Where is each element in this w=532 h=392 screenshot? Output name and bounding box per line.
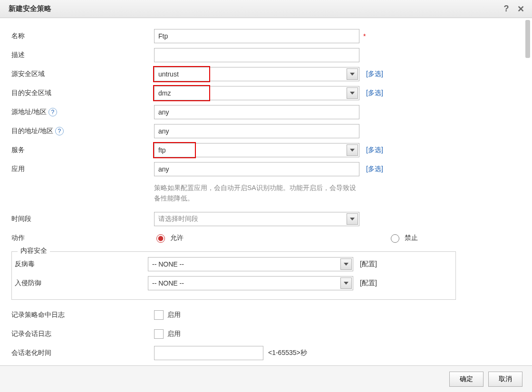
help-icon[interactable]: ? (501, 3, 512, 15)
antivirus-config-link[interactable]: [配置] (360, 260, 377, 268)
action-permit-label: 允许 (170, 234, 184, 242)
name-input[interactable] (154, 29, 359, 43)
log-session-enable-label: 启用 (167, 330, 181, 338)
label-antivirus: 反病毒 (12, 260, 148, 268)
dst-zone-value: dmz (153, 85, 210, 101)
label-name: 名称 (11, 32, 154, 40)
required-mark: * (363, 32, 366, 40)
chevron-down-icon (340, 277, 352, 289)
close-icon[interactable]: ✕ (515, 3, 526, 15)
antivirus-value: -- NONE -- (152, 260, 184, 268)
label-action: 动作 (11, 234, 154, 242)
src-zone-multi-link[interactable]: [多选] (366, 70, 383, 78)
application-hint: 策略如果配置应用，会自动开启SA识别功能。功能开启后，会导致设备性能降低。 (154, 179, 359, 210)
label-log-hit: 记录策略命中日志 (11, 311, 154, 319)
label-src-zone: 源安全区域 (11, 70, 154, 78)
application-multi-link[interactable]: [多选] (366, 165, 383, 173)
label-application: 应用 (11, 165, 154, 173)
label-ips: 入侵防御 (12, 279, 148, 287)
antivirus-select[interactable]: -- NONE -- (148, 257, 353, 271)
content-security-legend: 内容安全 (18, 247, 50, 255)
help-icon[interactable]: ? (55, 127, 64, 135)
time-range-placeholder: 请选择时间段 (158, 215, 198, 223)
log-hit-enable-label: 启用 (167, 311, 181, 319)
ips-select[interactable]: -- NONE -- (148, 276, 353, 290)
description-input[interactable] (154, 48, 359, 62)
label-log-session: 记录会话日志 (11, 330, 154, 338)
log-session-checkbox[interactable] (154, 329, 164, 339)
scrollbar[interactable] (524, 20, 531, 363)
label-dst-zone: 目的安全区域 (11, 89, 154, 97)
service-value: ftp (153, 142, 196, 158)
src-zone-select[interactable]: untrust (154, 67, 359, 81)
dst-zone-select[interactable]: dmz (154, 86, 359, 100)
content-security-fieldset: 内容安全 反病毒 -- NONE -- [配置] 入侵防御 -- NONE -- (11, 251, 456, 300)
scrollbar-thumb[interactable] (525, 20, 530, 58)
label-description: 描述 (11, 51, 154, 59)
aging-unit: <1-65535>秒 (268, 349, 307, 357)
dialog-titlebar: 新建安全策略 ? ✕ (0, 0, 532, 18)
help-icon[interactable]: ? (48, 108, 57, 116)
chevron-down-icon (340, 258, 352, 270)
label-service: 服务 (11, 146, 154, 154)
ips-config-link[interactable]: [配置] (360, 279, 377, 287)
dialog-footer: 确定 取消 (0, 365, 532, 392)
time-range-select[interactable]: 请选择时间段 (154, 212, 359, 226)
chevron-down-icon (347, 87, 358, 99)
chevron-down-icon (347, 144, 358, 156)
application-input[interactable] (154, 162, 359, 176)
action-deny-radio[interactable] (391, 234, 399, 243)
label-src-addr: 源地址/地区 ? (11, 108, 154, 116)
ok-button[interactable]: 确定 (449, 372, 484, 387)
service-multi-link[interactable]: [多选] (366, 146, 383, 154)
chevron-down-icon (347, 213, 358, 225)
new-security-policy-dialog: 新建安全策略 ? ✕ 名称 * 描述 源安全区域 untrust (0, 0, 532, 392)
cancel-button[interactable]: 取消 (488, 372, 522, 387)
action-permit-radio[interactable] (156, 234, 165, 243)
aging-input[interactable] (154, 346, 263, 360)
chevron-down-icon (347, 68, 358, 80)
label-time-range: 时间段 (11, 215, 154, 223)
dialog-title: 新建安全策略 (9, 4, 51, 13)
dst-zone-multi-link[interactable]: [多选] (366, 89, 383, 97)
label-aging: 会话老化时间 (11, 349, 154, 357)
label-dst-addr: 目的地址/地区 ? (11, 127, 154, 135)
action-deny-label: 禁止 (405, 234, 418, 242)
src-addr-input[interactable] (154, 105, 359, 119)
dst-addr-input[interactable] (154, 124, 359, 138)
ips-value: -- NONE -- (152, 279, 184, 287)
src-zone-value: untrust (153, 66, 210, 82)
dialog-body: 名称 * 描述 源安全区域 untrust [多选] (0, 18, 532, 365)
log-hit-checkbox[interactable] (154, 310, 164, 320)
service-select[interactable]: ftp (154, 143, 359, 157)
